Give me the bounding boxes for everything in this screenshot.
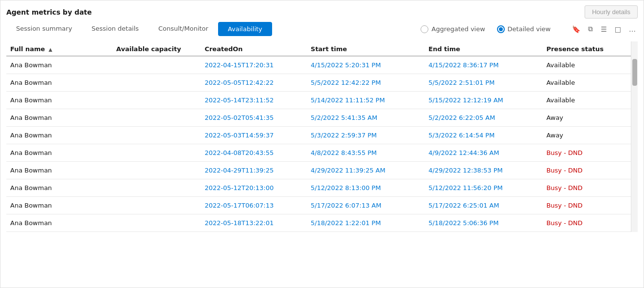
aggregated-view-radio[interactable] — [421, 25, 428, 33]
tab-availability[interactable]: Availability — [218, 22, 272, 36]
cell-fullname: Ana Bowman — [6, 214, 112, 232]
table-area: Full name ▲ Available capacity CreatedOn… — [0, 41, 644, 288]
table-row: Ana Bowman 2022-04-15T17:20:31 4/15/2022… — [6, 56, 631, 74]
cell-createdon: 2022-05-03T14:59:37 — [201, 127, 307, 144]
cell-presence-status: Busy - DND — [542, 179, 631, 197]
cell-start-time: 4/29/2022 11:39:25 AM — [307, 162, 424, 179]
cell-start-time: 5/3/2022 2:59:37 PM — [307, 127, 424, 144]
sort-icon-fullname: ▲ — [49, 47, 53, 52]
table-row: Ana Bowman 2022-04-08T20:43:55 4/8/2022 … — [6, 144, 631, 162]
cell-start-time: 4/8/2022 8:43:55 PM — [307, 144, 424, 162]
cell-end-time: 5/15/2022 12:12:19 AM — [424, 92, 542, 109]
aggregated-view-option[interactable]: Aggregated view — [421, 25, 485, 33]
cell-available-capacity — [112, 162, 201, 179]
cell-createdon: 2022-04-08T20:43:55 — [201, 144, 307, 162]
aggregated-view-label: Aggregated view — [431, 25, 485, 33]
data-table: Full name ▲ Available capacity CreatedOn… — [6, 41, 631, 232]
table-row: Ana Bowman 2022-05-05T12:42:22 5/5/2022 … — [6, 74, 631, 92]
col-fullname-header[interactable]: Full name ▲ — [6, 41, 112, 56]
cell-presence-status: Available — [542, 56, 631, 74]
cell-end-time: 5/18/2022 5:06:36 PM — [424, 214, 542, 232]
cell-end-time: 4/15/2022 8:36:17 PM — [424, 56, 542, 74]
cell-presence-status: Away — [542, 109, 631, 127]
page-title: Agent metrics by date — [6, 8, 92, 16]
cell-presence-status: Busy - DND — [542, 197, 631, 214]
cell-presence-status: Busy - DND — [542, 162, 631, 179]
table-scroll-container: Full name ▲ Available capacity CreatedOn… — [6, 41, 638, 232]
bookmark-icon[interactable]: 🔖 — [570, 24, 582, 34]
detailed-view-label: Detailed view — [508, 25, 551, 33]
tab-session-summary[interactable]: Session summary — [6, 21, 82, 37]
cell-end-time: 5/12/2022 11:56:20 PM — [424, 179, 542, 197]
cell-presence-status: Away — [542, 127, 631, 144]
more-icon[interactable]: … — [627, 24, 638, 34]
cell-end-time: 4/9/2022 12:44:36 AM — [424, 144, 542, 162]
cell-fullname: Ana Bowman — [6, 109, 112, 127]
cell-createdon: 2022-05-18T13:22:01 — [201, 214, 307, 232]
cell-presence-status: Available — [542, 92, 631, 109]
cell-end-time: 5/17/2022 6:25:01 AM — [424, 197, 542, 214]
cell-available-capacity — [112, 56, 201, 74]
table-row: Ana Bowman 2022-05-17T06:07:13 5/17/2022… — [6, 197, 631, 214]
detailed-view-radio[interactable] — [497, 25, 505, 33]
detailed-view-option[interactable]: Detailed view — [497, 25, 551, 33]
cell-fullname: Ana Bowman — [6, 179, 112, 197]
cell-available-capacity — [112, 74, 201, 92]
col-presence-status-header[interactable]: Presence status — [542, 41, 631, 56]
view-options: Aggregated view Detailed view — [421, 25, 551, 33]
cell-start-time: 5/5/2022 12:42:22 PM — [307, 74, 424, 92]
scrollbar-thumb[interactable] — [632, 59, 637, 86]
cell-start-time: 5/2/2022 5:41:35 AM — [307, 109, 424, 127]
scrollbar[interactable] — [631, 41, 638, 232]
table-row: Ana Bowman 2022-04-29T11:39:25 4/29/2022… — [6, 162, 631, 179]
cell-fullname: Ana Bowman — [6, 197, 112, 214]
col-end-time-header[interactable]: End time — [424, 41, 542, 56]
table-header-row: Full name ▲ Available capacity CreatedOn… — [6, 41, 631, 56]
cell-available-capacity — [112, 127, 201, 144]
col-available-capacity-header[interactable]: Available capacity — [112, 41, 201, 56]
tab-consult-monitor[interactable]: Consult/Monitor — [148, 21, 218, 37]
cell-available-capacity — [112, 92, 201, 109]
cell-fullname: Ana Bowman — [6, 144, 112, 162]
cell-start-time: 4/15/2022 5:20:31 PM — [307, 56, 424, 74]
tab-session-details[interactable]: Session details — [82, 21, 148, 37]
cell-createdon: 2022-05-02T05:41:35 — [201, 109, 307, 127]
table-row: Ana Bowman 2022-05-12T20:13:00 5/12/2022… — [6, 179, 631, 197]
cell-start-time: 5/14/2022 11:11:52 PM — [307, 92, 424, 109]
col-start-time-header[interactable]: Start time — [307, 41, 424, 56]
table-body: Ana Bowman 2022-04-15T17:20:31 4/15/2022… — [6, 56, 631, 232]
hourly-details-button[interactable]: Hourly details — [585, 5, 638, 19]
cell-start-time: 5/17/2022 6:07:13 AM — [307, 197, 424, 214]
table-row: Ana Bowman 2022-05-02T05:41:35 5/2/2022 … — [6, 109, 631, 127]
copy-icon[interactable]: ⧉ — [586, 24, 595, 34]
cell-createdon: 2022-04-29T11:39:25 — [201, 162, 307, 179]
cell-fullname: Ana Bowman — [6, 127, 112, 144]
cell-fullname: Ana Bowman — [6, 92, 112, 109]
table-row: Ana Bowman 2022-05-03T14:59:37 5/3/2022 … — [6, 127, 631, 144]
cell-start-time: 5/12/2022 8:13:00 PM — [307, 179, 424, 197]
cell-createdon: 2022-04-15T17:20:31 — [201, 56, 307, 74]
tabs-row: Session summary Session details Consult/… — [0, 19, 644, 37]
toolbar-icons: 🔖 ⧉ ☰ □ … — [570, 24, 638, 34]
table-row: Ana Bowman 2022-05-18T13:22:01 5/18/2022… — [6, 214, 631, 232]
cell-presence-status: Available — [542, 74, 631, 92]
page-container: Agent metrics by date Hourly details Ses… — [0, 0, 644, 288]
cell-createdon: 2022-05-14T23:11:52 — [201, 92, 307, 109]
cell-available-capacity — [112, 144, 201, 162]
cell-end-time: 5/5/2022 2:51:01 PM — [424, 74, 542, 92]
cell-createdon: 2022-05-17T06:07:13 — [201, 197, 307, 214]
col-createdon-header[interactable]: CreatedOn — [201, 41, 307, 56]
cell-available-capacity — [112, 179, 201, 197]
cell-end-time: 5/3/2022 6:14:54 PM — [424, 127, 542, 144]
cell-end-time: 4/29/2022 12:38:53 PM — [424, 162, 542, 179]
cell-fullname: Ana Bowman — [6, 74, 112, 92]
cell-presence-status: Busy - DND — [542, 214, 631, 232]
filter-icon[interactable]: ☰ — [599, 24, 609, 34]
expand-icon[interactable]: □ — [613, 24, 623, 34]
header-row: Agent metrics by date Hourly details — [0, 0, 644, 19]
cell-fullname: Ana Bowman — [6, 162, 112, 179]
cell-start-time: 5/18/2022 1:22:01 PM — [307, 214, 424, 232]
cell-presence-status: Busy - DND — [542, 144, 631, 162]
cell-end-time: 5/2/2022 6:22:05 AM — [424, 109, 542, 127]
cell-createdon: 2022-05-12T20:13:00 — [201, 179, 307, 197]
